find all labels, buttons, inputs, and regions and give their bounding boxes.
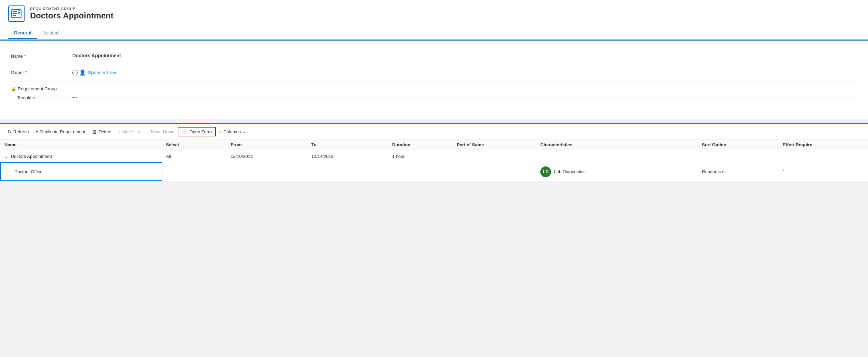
refresh-button[interactable]: ↻ Refresh <box>4 127 32 136</box>
cell-effort-row1 <box>779 150 868 163</box>
move-up-button[interactable]: ↑ Move Up <box>115 127 144 136</box>
cell-select-row1: All <box>162 150 226 163</box>
cell-duration-row2 <box>388 163 453 181</box>
form-section: Name * Doctors Appointment Owner * 👤 Spe… <box>0 40 868 119</box>
field-value-template-dash: --- <box>72 94 857 100</box>
lock-icon: 🔒 <box>11 86 16 91</box>
grid-section: ↻ Refresh + Duplicate Requirement 🗑 Dele… <box>0 123 868 181</box>
refresh-icon: ↻ <box>8 129 12 134</box>
move-down-button[interactable]: ↓ Move Down <box>144 127 178 136</box>
svg-point-4 <box>18 11 20 13</box>
col-header-to: To <box>307 139 388 150</box>
cell-select-row2 <box>162 163 226 181</box>
header-text: REQUIREMENT GROUP Doctors Appointment <box>30 7 113 20</box>
cell-name-row1: ⌄ Doctors Appointment <box>0 150 162 163</box>
header-top: REQUIREMENT GROUP Doctors Appointment <box>8 5 860 25</box>
field-label-owner: Owner * <box>11 69 72 75</box>
data-table: Name Select From To Duration Part of Sam… <box>0 139 868 181</box>
cell-effort-row2: 1 <box>779 163 868 181</box>
field-name: Name * Doctors Appointment <box>11 49 857 65</box>
trash-icon: 🗑 <box>92 129 97 134</box>
table-row[interactable]: Doctors Office LD Lab Diagnostics Random… <box>0 163 868 181</box>
cell-sort-row2: Randomize <box>698 163 779 181</box>
chevron-icon: ⌄ <box>4 154 8 159</box>
cell-characteristics-row1 <box>536 150 698 163</box>
cell-from-row1: 12/10/2018 <box>226 150 307 163</box>
col-header-effort: Effort Require <box>779 139 868 150</box>
arrow-up-icon: ↑ <box>118 129 121 134</box>
col-header-select: Select <box>162 139 226 150</box>
field-template-row2: Template --- <box>11 94 857 111</box>
required-star-owner: * <box>25 70 27 75</box>
col-header-characteristics: Characteristics <box>536 139 698 150</box>
table-body: ⌄ Doctors Appointment All 12/10/2018 12/… <box>0 150 868 181</box>
avatar-ld: LD <box>540 166 551 177</box>
filter-icon: ▿ <box>219 129 222 134</box>
field-label-template2: Template <box>11 94 72 100</box>
required-star-name: * <box>24 54 26 59</box>
cell-to-row2 <box>307 163 388 181</box>
characteristics-label: Lab Diagnostics <box>554 169 586 174</box>
circle-icon <box>72 70 78 75</box>
open-form-button[interactable]: 📄 Open Form <box>178 127 216 136</box>
col-header-from: From <box>226 139 307 150</box>
header-subtitle: REQUIREMENT GROUP <box>30 7 113 11</box>
owner-link[interactable]: Spencer Low <box>88 70 116 75</box>
col-header-duration: Duration <box>388 139 453 150</box>
tab-general[interactable]: General <box>8 27 37 39</box>
field-label-template: 🔒 Requirement Group <box>11 86 72 91</box>
person-icon: 👤 <box>79 69 86 76</box>
field-label-name: Name * <box>11 53 72 59</box>
table-row[interactable]: ⌄ Doctors Appointment All 12/10/2018 12/… <box>0 150 868 163</box>
field-value-name[interactable]: Doctors Appointment <box>72 53 857 58</box>
cell-part-of-same-row2 <box>453 163 536 181</box>
cell-sort-row1 <box>698 150 779 163</box>
table-header: Name Select From To Duration Part of Sam… <box>0 139 868 150</box>
col-header-name: Name <box>0 139 162 150</box>
columns-button[interactable]: ▿ Columns ⌄ <box>216 127 249 136</box>
cell-part-of-same-row1 <box>453 150 536 163</box>
toolbar: ↻ Refresh + Duplicate Requirement 🗑 Dele… <box>0 124 868 139</box>
owner-icons: 👤 <box>72 69 86 76</box>
cell-characteristics-row2: LD Lab Diagnostics <box>536 163 698 181</box>
field-owner: Owner * 👤 Spencer Low <box>11 65 857 81</box>
header-section: REQUIREMENT GROUP Doctors Appointment Ge… <box>0 0 868 40</box>
duplicate-requirement-button[interactable]: + Duplicate Requirement <box>32 127 89 136</box>
cell-duration-row1: 1 hour <box>388 150 453 163</box>
cell-name-row2: Doctors Office <box>0 163 162 181</box>
cell-from-row2 <box>226 163 307 181</box>
col-header-sort: Sort Option <box>698 139 779 150</box>
characteristics-cell: LD Lab Diagnostics <box>540 166 694 177</box>
col-header-part-of-same: Part of Same <box>453 139 536 150</box>
delete-button[interactable]: 🗑 Delete <box>89 127 115 136</box>
header-icon <box>8 5 25 22</box>
cell-to-row1: 12/14/2018 <box>307 150 388 163</box>
field-value-owner: 👤 Spencer Low <box>72 69 857 76</box>
chevron-down-icon: ⌄ <box>242 130 246 134</box>
plus-icon: + <box>36 129 39 134</box>
tabs-bar: General Related <box>8 27 860 39</box>
header-title: Doctors Appointment <box>30 11 113 20</box>
tab-related[interactable]: Related <box>37 27 64 39</box>
arrow-down-icon: ↓ <box>147 129 149 134</box>
form-icon: 📄 <box>182 129 188 134</box>
